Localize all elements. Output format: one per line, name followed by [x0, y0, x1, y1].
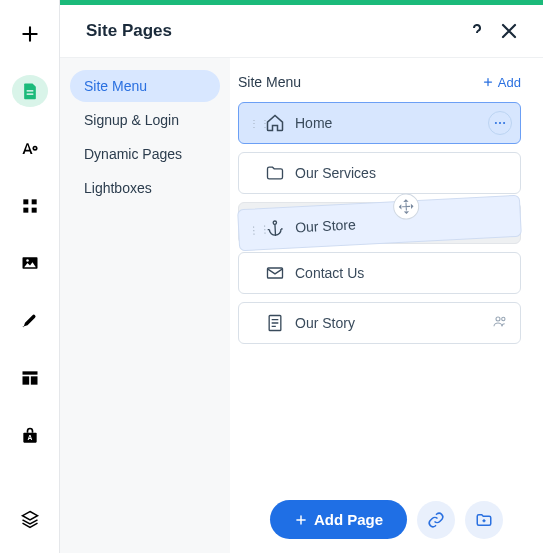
page-label: Our Services: [295, 165, 376, 181]
app-icon: A: [20, 426, 40, 446]
more-icon: [493, 116, 507, 130]
move-cursor-badge: [393, 193, 420, 220]
svg-point-10: [495, 122, 497, 124]
pen-icon: [20, 311, 40, 331]
svg-rect-0: [23, 199, 28, 204]
font-icon: [20, 139, 40, 159]
doc-icon: [265, 313, 285, 333]
page-label: Contact Us: [295, 265, 364, 281]
panel-footer: Add Page: [230, 500, 543, 539]
site-pages-panel: Site Pages Site Menu Signup & Login Dyna…: [60, 0, 543, 553]
svg-rect-3: [31, 208, 36, 213]
add-button[interactable]: [12, 18, 48, 49]
blog-button[interactable]: [12, 305, 48, 336]
panel-nav: Site Menu Signup & Login Dynamic Pages L…: [60, 58, 230, 553]
svg-rect-2: [23, 208, 28, 213]
layout-button[interactable]: [12, 363, 48, 394]
folder-button[interactable]: [465, 501, 503, 539]
svg-point-11: [499, 122, 501, 124]
apps-button[interactable]: [12, 190, 48, 221]
nav-item-dynamic-pages[interactable]: Dynamic Pages: [70, 138, 220, 170]
plus-icon: [482, 76, 494, 88]
close-icon: [497, 19, 521, 43]
link-icon: [427, 511, 445, 529]
move-icon: [398, 198, 415, 215]
page-label: Our Store: [295, 216, 356, 235]
nav-item-lightboxes[interactable]: Lightboxes: [70, 172, 220, 204]
members-icon: [492, 313, 508, 333]
svg-point-16: [496, 317, 500, 321]
page-label: Our Story: [295, 315, 355, 331]
grid-icon: [20, 196, 40, 216]
help-icon: [465, 19, 489, 43]
mail-icon: [265, 263, 285, 283]
page-icon: [20, 81, 40, 101]
page-row-home[interactable]: ⋮⋮ Home: [238, 102, 521, 144]
page-row-our-story[interactable]: ⋮⋮ Our Story: [238, 302, 521, 344]
svg-text:A: A: [27, 434, 32, 441]
pages-button[interactable]: [12, 75, 48, 106]
store-button[interactable]: A: [12, 420, 48, 451]
page-row-our-services[interactable]: ⋮⋮ Our Services: [238, 152, 521, 194]
design-button[interactable]: [12, 133, 48, 164]
main-area: Site Menu Add ⋮⋮ Home: [230, 58, 543, 553]
left-rail: A: [0, 0, 60, 553]
nav-item-signup-login[interactable]: Signup & Login: [70, 104, 220, 136]
layers-icon: [20, 509, 40, 529]
svg-point-17: [502, 317, 505, 320]
svg-rect-7: [22, 377, 29, 385]
main-header: Site Menu Add: [230, 58, 543, 102]
folder-icon: [265, 163, 285, 183]
plus-icon: [294, 513, 308, 527]
close-button[interactable]: [497, 19, 521, 43]
page-row-contact-us[interactable]: ⋮⋮ Contact Us: [238, 252, 521, 294]
home-icon: [265, 113, 285, 133]
panel-title: Site Pages: [86, 21, 172, 41]
drag-handle-icon[interactable]: ⋮⋮: [249, 118, 259, 129]
svg-point-13: [273, 221, 277, 225]
page-label: Home: [295, 115, 332, 131]
page-list: ⋮⋮ Home ⋮⋮ Our Services: [230, 102, 543, 344]
add-link[interactable]: Add: [482, 75, 521, 90]
add-page-button[interactable]: Add Page: [270, 500, 407, 539]
layers-button[interactable]: [12, 504, 48, 535]
drag-handle-icon[interactable]: ⋮⋮: [249, 224, 260, 236]
svg-rect-6: [22, 372, 37, 375]
svg-rect-1: [31, 199, 36, 204]
folder-plus-icon: [475, 511, 493, 529]
add-page-label: Add Page: [314, 511, 383, 528]
page-more-button[interactable]: [488, 111, 512, 135]
add-link-label: Add: [498, 75, 521, 90]
link-button[interactable]: [417, 501, 455, 539]
svg-rect-14: [268, 268, 283, 278]
media-button[interactable]: [12, 248, 48, 279]
nav-item-site-menu[interactable]: Site Menu: [70, 70, 220, 102]
svg-rect-8: [30, 377, 37, 385]
anchor-icon: [265, 218, 286, 239]
help-button[interactable]: [465, 19, 489, 43]
layout-icon: [20, 368, 40, 388]
svg-point-5: [26, 260, 29, 263]
main-title: Site Menu: [238, 74, 301, 90]
image-icon: [20, 253, 40, 273]
plus-icon: [20, 24, 40, 44]
panel-header: Site Pages: [60, 5, 543, 58]
svg-point-12: [503, 122, 505, 124]
